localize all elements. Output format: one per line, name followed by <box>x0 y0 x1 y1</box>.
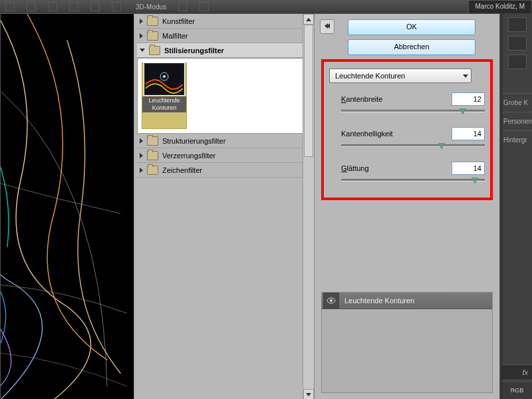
filter-category-tree: KunstfilterMalfilterStilisierungsfilterL… <box>134 14 315 399</box>
toolbar-icon[interactable] <box>112 2 121 11</box>
param-slider-kantenbreite[interactable] <box>341 108 485 118</box>
folder-icon <box>147 151 158 160</box>
filter-category[interactable]: Zeichenfilter <box>137 162 311 178</box>
settings-highlight: Leuchtende Konturen KantenbreiteKantenhe… <box>321 59 493 200</box>
filter-gallery-dialog: KunstfilterMalfilterStilisierungsfilterL… <box>0 13 500 399</box>
fx-bar[interactable]: fx <box>502 364 532 379</box>
eye-icon <box>327 297 336 304</box>
layer-item[interactable]: Personen <box>502 112 532 130</box>
app-toolbar: 3D-Modus <box>0 0 532 14</box>
svg-point-5 <box>330 299 332 302</box>
right-dock <box>501 13 532 399</box>
category-label: Kunstfilter <box>162 17 195 25</box>
layers-strip: Grobe K Personen Hintergr <box>502 93 532 149</box>
applied-filter-row[interactable]: Leuchtende Konturen <box>322 293 492 309</box>
tree-scrollbar[interactable] <box>303 14 314 399</box>
slider-track <box>341 144 485 147</box>
param-label: Glättung <box>341 164 369 172</box>
toolbar-icon[interactable] <box>5 2 15 11</box>
filter-dropdown-label: Leuchtende Konturen <box>335 72 405 80</box>
toolbar-icon[interactable] <box>90 2 100 11</box>
cancel-button[interactable]: Abbrechen <box>348 39 475 55</box>
param-glaettung: Glättung <box>341 162 485 187</box>
filter-category[interactable]: Stilisierungsfilter <box>137 43 311 58</box>
category-label: Strukturierungsfilter <box>162 137 225 145</box>
param-kantenbreite: Kantenbreite <box>341 92 485 118</box>
preview-image <box>1 14 134 399</box>
slider-thumb[interactable] <box>471 178 478 184</box>
param-slider-glaettung[interactable] <box>341 178 485 187</box>
scroll-down-button[interactable] <box>303 389 314 399</box>
folder-icon <box>147 166 158 175</box>
ok-button[interactable]: OK <box>348 19 475 35</box>
category-label: Verzerrungsfilter <box>162 152 215 160</box>
toolbar-icon[interactable] <box>27 2 36 11</box>
filter-preview[interactable] <box>1 14 134 399</box>
chevron-right-icon <box>140 153 143 158</box>
applied-filter-label: Leuchtende Konturen <box>344 297 414 305</box>
panel-icon[interactable] <box>508 55 527 69</box>
param-slider-kantenhelligkeit[interactable] <box>341 143 485 152</box>
param-label: Kantenhelligkeit <box>341 130 393 138</box>
panel-icon[interactable] <box>508 36 527 51</box>
toolbar-3d-label: 3D-Modus <box>136 3 166 11</box>
slider-track <box>341 179 485 182</box>
chevron-right-icon <box>140 138 143 144</box>
scroll-thumb[interactable] <box>304 25 313 157</box>
filter-category[interactable]: Kunstfilter <box>137 14 311 29</box>
toolbar-icon[interactable] <box>69 2 78 11</box>
app-background: 3D-Modus Marco Kolditz, M Grobe K Person… <box>0 0 532 399</box>
color-mode-bar: RGB <box>502 381 532 399</box>
toolbar-icon[interactable] <box>200 2 209 11</box>
param-kantenhelligkeit: Kantenhelligkeit <box>341 127 485 152</box>
folder-icon <box>147 17 158 26</box>
panel-icon[interactable] <box>508 17 527 32</box>
svg-point-3 <box>163 75 166 78</box>
visibility-toggle[interactable] <box>323 293 339 309</box>
toolbar-icon[interactable] <box>178 2 188 11</box>
scroll-up-button[interactable] <box>303 14 314 25</box>
svg-rect-1 <box>146 65 183 94</box>
slider-thumb[interactable] <box>438 143 445 149</box>
chevron-down-icon <box>463 74 468 78</box>
chevron-down-icon <box>140 49 145 52</box>
filter-thumbnails: LeuchtendeKonturen <box>137 58 311 134</box>
filter-category[interactable]: Malfilter <box>137 28 311 43</box>
applied-filters-list: Leuchtende Konturen <box>321 292 493 393</box>
thumbnail-label: LeuchtendeKonturen <box>142 96 186 112</box>
layer-item[interactable]: Grobe K <box>502 93 532 112</box>
collapse-tree-button[interactable] <box>320 19 334 34</box>
user-menu-button[interactable]: Marco Kolditz, M <box>468 0 532 15</box>
param-input-kantenbreite[interactable] <box>452 92 485 106</box>
slider-thumb[interactable] <box>460 108 466 114</box>
toolbar-icon[interactable] <box>48 2 57 11</box>
filter-category[interactable]: Strukturierungsfilter <box>137 133 311 148</box>
filter-dropdown[interactable]: Leuchtende Konturen <box>329 68 471 83</box>
filter-category[interactable]: Verzerrungsfilter <box>137 148 311 163</box>
folder-icon <box>147 136 158 146</box>
chevron-right-icon <box>140 19 143 24</box>
chevron-right-icon <box>140 33 143 39</box>
folder-icon <box>147 31 158 41</box>
category-label: Stilisierungsfilter <box>164 47 224 55</box>
param-input-glaettung[interactable] <box>452 162 485 175</box>
param-label: Kantenbreite <box>341 95 382 103</box>
thumbnail-image <box>144 63 184 95</box>
scroll-track[interactable] <box>303 25 314 389</box>
category-label: Zeichenfilter <box>162 166 202 174</box>
folder-icon <box>149 46 160 55</box>
param-input-kantenhelligkeit[interactable] <box>452 127 485 140</box>
chevron-right-icon <box>140 168 143 173</box>
filter-thumbnail[interactable]: LeuchtendeKonturen <box>142 63 187 129</box>
layer-item[interactable]: Hintergr <box>502 130 532 149</box>
filter-settings-panel: OK Abbrechen Leuchtende Konturen Kantenb… <box>315 14 499 399</box>
category-label: Malfilter <box>162 32 188 40</box>
